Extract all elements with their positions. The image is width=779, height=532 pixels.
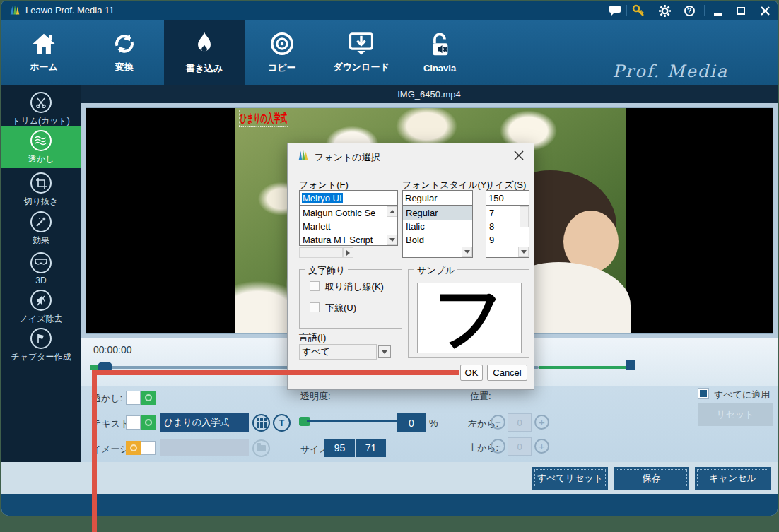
checkbox-check-mark [700,390,707,397]
size-height-box[interactable]: 71 [356,439,386,457]
nav-label: 変換 [115,61,134,73]
browse-image-button[interactable] [252,439,270,457]
sidebar-item-effects[interactable]: 効果 [1,209,81,249]
sidebar-item-crop[interactable]: 切り抜き [1,170,81,210]
size-list-item[interactable]: 9 [486,233,529,247]
style-dropdown-button[interactable] [462,247,472,257]
font-list-scroll-down[interactable] [387,235,397,245]
sidebar-item-3d[interactable]: 3D [1,249,81,288]
text-color-button[interactable] [252,414,270,432]
dialog-ok-button[interactable]: OK [460,365,483,381]
toggle-on-half [141,441,156,455]
reset-button[interactable]: リセット [698,403,773,426]
font-list-scroll-up[interactable] [387,206,397,217]
underline-checkbox[interactable] [310,302,320,312]
dialog-cancel-button[interactable]: Cancel [487,365,527,381]
dialog-close-button[interactable] [512,149,525,162]
watermark-toggle[interactable] [126,391,156,405]
sample-group-label: サンプル [414,264,457,277]
font-list[interactable]: Malgun Gothic Se Marlett Matura MT Scrip… [299,206,398,246]
top-minus-button[interactable]: − [491,439,505,454]
toggle-on-half [141,415,156,430]
text-toggle[interactable] [126,415,156,430]
tool-sidebar: トリム(カット) 透かし 切り抜き 効果 3D ノイズ除去 [1,85,81,462]
dialog-title: フォントの選択 [315,151,380,164]
font-name-input[interactable]: Meiryo UI [299,190,398,206]
nav-item-download[interactable]: ダウンロード [329,20,393,85]
size-list[interactable]: 7 8 9 [486,206,529,258]
opacity-slider-track[interactable] [307,420,398,422]
style-input[interactable]: Regular [402,190,473,206]
language-dropdown-button[interactable] [378,345,391,358]
unlock-mute-icon [428,33,451,57]
nav-label: ダウンロード [333,61,390,73]
close-button[interactable] [758,4,772,18]
nav-item-copy[interactable]: コピー [250,20,314,85]
maximize-button[interactable] [734,4,748,18]
sidebar-item-watermark[interactable]: 透かし [1,126,81,168]
feedback-button[interactable] [608,4,622,18]
sidebar-label: 効果 [33,235,49,247]
style-value: Regular [405,193,438,203]
strikethrough-checkbox[interactable] [310,281,320,291]
minimize-icon [714,13,722,16]
left-plus-button[interactable]: + [534,415,549,430]
size-list-scrollbar[interactable] [520,206,529,227]
font-list-item[interactable]: Matura MT Script [300,233,397,246]
watermark-text-overlay[interactable]: ひまりの入学式 [239,110,288,127]
main-nav: ホーム 変換 書き込み コピー ダウンロード Cinavia P [1,20,778,85]
style-list-item[interactable]: Regular [403,206,472,220]
sidebar-item-denoise[interactable]: ノイズ除去 [1,288,81,327]
left-minus-button[interactable]: − [491,415,505,430]
language-combo[interactable]: すべて [299,344,377,360]
settings-button[interactable] [657,4,672,18]
nav-item-convert[interactable]: 変換 [93,20,156,85]
image-toggle[interactable] [126,441,156,455]
watermark-text-input[interactable]: ひまりの入学式 [160,413,249,432]
style-list[interactable]: Regular Italic Bold [402,206,473,258]
save-button[interactable]: 保存 [614,467,689,490]
gear-icon [659,5,671,17]
reset-all-button[interactable]: すべてリセット [532,467,608,490]
nav-item-burn[interactable]: 書き込み [164,20,245,85]
nav-label: ホーム [30,61,58,73]
minimize-button[interactable] [711,4,725,18]
size-width-box[interactable]: 95 [324,439,355,457]
apply-all-checkbox[interactable] [698,388,709,399]
font-list-scroll-right[interactable] [343,247,353,258]
opacity-unit: % [429,418,438,429]
watermark-image-input[interactable] [160,439,249,456]
cancel-button[interactable]: キャンセル [695,467,771,490]
opacity-value-box: 0 [397,413,426,432]
font-settings-button[interactable]: T [273,414,291,432]
font-list-hscrollbar[interactable] [299,247,343,258]
sidebar-label: トリム(カット) [12,115,70,127]
sidebar-item-chapter[interactable]: チャプター作成 [1,326,81,365]
help-button[interactable]: ? [682,4,696,18]
window-title: Leawo Prof. Media 11 [25,5,115,16]
sample-glyph: フ [434,283,505,353]
size-dropdown-button[interactable] [518,247,529,257]
top-plus-button[interactable]: + [534,439,549,454]
register-button[interactable] [631,4,645,18]
footer-bar: すべてリセット 保存 キャンセル [1,462,778,494]
size-input[interactable]: 150 [486,190,529,206]
sidebar-label: チャプター作成 [11,351,71,363]
timecode: 00:00:00 [93,344,132,355]
nav-item-cinavia[interactable]: Cinavia [408,20,472,85]
nav-label: Cinavia [423,63,456,73]
end-trim-handle[interactable] [626,360,636,370]
sidebar-item-trim[interactable]: トリム(カット) [1,90,81,129]
style-list-item[interactable]: Italic [403,220,472,233]
sample-groupbox: サンプル フ [408,269,529,358]
language-label: 言語(I) [299,331,326,344]
font-list-item[interactable]: Malgun Gothic Se [300,206,397,220]
sidebar-label: 透かし [28,153,54,165]
disc-icon [270,32,294,56]
font-list-item[interactable]: Marlett [300,220,397,233]
letter-t-icon: T [279,418,285,428]
style-list-item[interactable]: Bold [403,233,472,247]
annotation-line-horizontal [94,370,459,375]
maximize-icon [737,7,745,15]
nav-item-home[interactable]: ホーム [12,20,76,85]
